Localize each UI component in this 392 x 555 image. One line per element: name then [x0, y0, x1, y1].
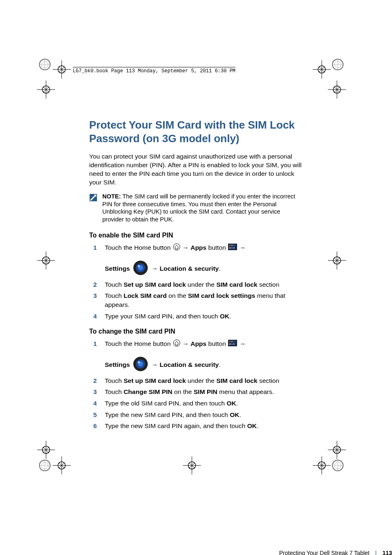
apps-label: Apps [191, 244, 207, 251]
svg-point-83 [138, 265, 140, 267]
settings-orb-icon [133, 357, 148, 374]
enable-step-2: Touch Set up SIM card lock under the SIM… [89, 280, 303, 289]
crop-mark-icon [37, 251, 55, 269]
step-text: Type your SIM card PIN, and then touch [105, 313, 220, 320]
settings-label: Settings [105, 361, 130, 368]
step-text: Touch [105, 388, 124, 395]
step-bold: OK [247, 422, 256, 429]
step-bold: Lock SIM card [124, 292, 167, 299]
arrow-icon: → [239, 244, 246, 251]
arrow-icon: → [182, 244, 189, 251]
svg-rect-73 [228, 244, 237, 250]
change-step-3: Touch Change SIM PIN on the SIM PIN menu… [89, 387, 303, 396]
svg-point-72 [173, 244, 180, 250]
enable-step-3: Touch Lock SIM card on the SIM card lock… [89, 291, 303, 309]
svg-rect-88 [233, 341, 235, 342]
location-security-label: Location & security [160, 265, 219, 272]
print-globe-icon [39, 459, 51, 472]
apps-label: Apps [191, 340, 207, 347]
crop-mark-icon [183, 456, 201, 474]
step-text: Type the old SIM card PIN, and then touc… [105, 400, 226, 407]
page-footer: Protecting Your Dell Streak 7 Tablet | 1… [89, 550, 392, 555]
step-text: . [257, 422, 258, 429]
crop-mark-icon [53, 60, 71, 78]
svg-point-84 [173, 340, 180, 346]
step-bold: OK [226, 400, 236, 407]
arrow-icon: → [182, 340, 189, 347]
enable-step-4: Type your SIM card PIN, and then touch O… [89, 312, 303, 321]
change-step-6: Type the new SIM card PIN again, and the… [89, 421, 303, 431]
print-header-stamp: LG7_bk0.book Page 113 Monday, September … [73, 67, 235, 74]
change-step-2: Touch Set up SIM card lock under the SIM… [89, 376, 303, 385]
step-text: Touch [105, 281, 124, 288]
step-text: . [236, 400, 238, 407]
step-text: section [257, 281, 279, 288]
step-text: menu that appears. [217, 388, 274, 395]
svg-rect-86 [229, 341, 231, 342]
apps-grid-icon [228, 244, 237, 253]
arrow-icon: → [239, 340, 246, 347]
step-bold: SIM card lock [216, 377, 257, 384]
svg-rect-77 [229, 247, 231, 249]
print-globe-icon [332, 58, 344, 71]
step-text: Type the new SIM card PIN, and then touc… [105, 411, 230, 418]
note-text: NOTE: The SIM card will be permanently l… [102, 193, 303, 223]
enable-steps: Touch the Home button → Apps button → Se… [89, 243, 303, 320]
svg-point-95 [138, 361, 140, 364]
page-title: Protect Your SIM Card with the SIM Lock … [89, 118, 303, 145]
crop-mark-icon [328, 81, 346, 99]
step-bold: Change SIM PIN [124, 388, 173, 395]
step-bold: SIM PIN [194, 388, 217, 395]
step-text: button [208, 340, 228, 347]
step-text: button [208, 244, 228, 251]
step-text: Touch the Home button [105, 244, 173, 251]
step-text: on the [173, 388, 194, 395]
svg-rect-79 [233, 247, 235, 249]
arrow-icon: → [152, 361, 158, 368]
step-bold: OK [220, 313, 229, 320]
settings-label: Settings [105, 265, 130, 272]
settings-orb-icon [133, 260, 148, 278]
print-globe-icon [39, 58, 51, 71]
location-security-label: Location & security [160, 361, 219, 368]
intro-paragraph: You can protect your SIM card against un… [89, 152, 303, 187]
svg-rect-91 [233, 343, 235, 345]
note-label: NOTE: [102, 193, 121, 200]
footer-chapter: Protecting Your Dell Streak 7 Tablet [279, 550, 369, 555]
change-step-4: Type the old SIM card PIN, and then touc… [89, 399, 303, 408]
crop-mark-icon [37, 81, 55, 99]
step-text: Touch the Home button [105, 340, 173, 347]
step-text: Type the new SIM card PIN again, and the… [105, 422, 247, 429]
note-body: The SIM card will be permanently locked … [102, 193, 295, 223]
step-bold: Set up SIM card lock [124, 281, 186, 288]
step-text: Touch [105, 292, 124, 299]
change-steps: Touch the Home button → Apps button → Se… [89, 339, 303, 431]
step-text: . [239, 411, 241, 418]
svg-rect-87 [231, 341, 233, 342]
step-text: Touch [105, 377, 124, 384]
footer-separator: | [375, 550, 377, 555]
crop-mark-icon [328, 251, 346, 269]
step-bold: SIM card lock settings [188, 292, 255, 299]
change-heading: To change the SIM card PIN [89, 328, 303, 335]
crop-mark-icon [313, 456, 331, 474]
enable-step-1: Touch the Home button → Apps button → Se… [89, 243, 303, 277]
home-icon [173, 243, 180, 253]
home-icon [173, 339, 180, 349]
step-text: under the [186, 377, 216, 384]
svg-rect-85 [228, 340, 237, 346]
crop-mark-icon [53, 456, 71, 474]
page-content: Protect Your SIM Card with the SIM Lock … [89, 118, 303, 433]
svg-rect-90 [231, 343, 233, 345]
note-block: NOTE: The SIM card will be permanently l… [89, 193, 303, 223]
change-step-5: Type the new SIM card PIN, and then touc… [89, 410, 303, 419]
step-text: section [257, 377, 279, 384]
svg-rect-76 [233, 245, 235, 246]
note-icon [89, 193, 97, 203]
print-globe-icon [332, 459, 344, 472]
step-bold: Set up SIM card lock [124, 377, 186, 384]
svg-rect-75 [231, 245, 233, 246]
svg-rect-89 [229, 343, 231, 345]
step-text: under the [186, 281, 216, 288]
step-text: . [229, 313, 231, 320]
